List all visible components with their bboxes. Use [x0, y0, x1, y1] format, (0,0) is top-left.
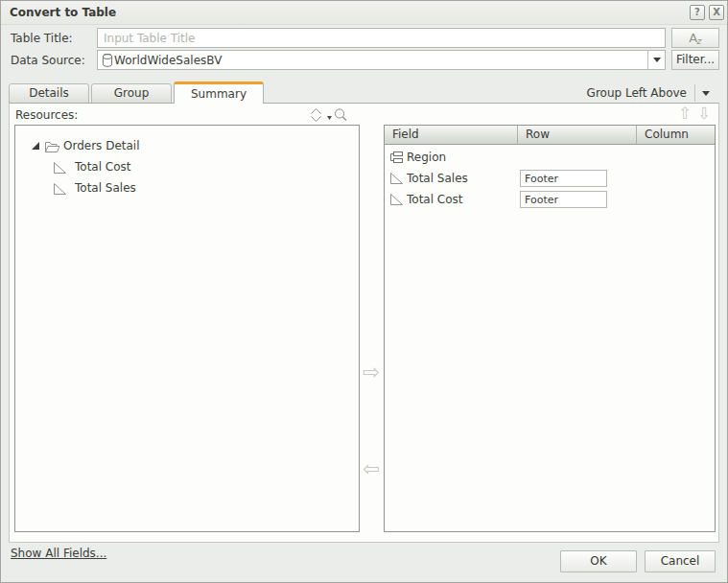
column-header-field: Field	[385, 126, 518, 145]
chevron-down-icon	[653, 58, 661, 62]
close-button[interactable]: X	[709, 5, 724, 20]
row-summary-input[interactable]	[520, 191, 607, 208]
close-icon: X	[713, 7, 720, 17]
filter-button[interactable]: Filter...	[671, 50, 719, 70]
cancel-button[interactable]: Cancel	[645, 550, 716, 572]
table-title-label: Table Title:	[11, 32, 73, 45]
fields-table-panel: Field Row Column Region Total	[384, 125, 716, 532]
tab-group[interactable]: Group	[91, 83, 172, 104]
sort-options-caret-icon[interactable]	[327, 116, 332, 120]
group-position-dropdown[interactable]: Group Left Above	[587, 83, 710, 103]
ok-button[interactable]: OK	[560, 550, 637, 572]
table-row-total-cost[interactable]: Total Cost	[385, 189, 715, 210]
tree-node-orders-detail[interactable]: Orders Detail	[15, 136, 359, 156]
measure-icon	[389, 193, 404, 206]
summary-tab-page: Resources: ⇧ ⇩	[9, 103, 719, 543]
field-name: Total Sales	[407, 168, 468, 189]
show-all-fields-link[interactable]: Show All Fields...	[11, 547, 106, 560]
chevron-down-icon	[702, 91, 710, 96]
tree-node-label: Total Cost	[75, 157, 131, 177]
row-summary-input[interactable]	[520, 170, 607, 187]
tab-details[interactable]: Details	[9, 83, 89, 104]
group-position-value: Group Left Above	[587, 86, 687, 100]
tree-node-total-sales[interactable]: Total Sales	[15, 178, 359, 198]
table-title-input[interactable]	[97, 28, 666, 48]
help-icon: ?	[694, 7, 700, 17]
sort-icon[interactable]	[309, 107, 323, 123]
measure-icon	[389, 172, 404, 185]
add-field-arrow-icon[interactable]: ⇨	[363, 361, 380, 384]
table-row-total-sales[interactable]: Total Sales	[385, 168, 715, 189]
dropdown-separator	[694, 84, 695, 102]
tab-summary[interactable]: Summary	[174, 82, 264, 104]
data-source-combobox[interactable]: WorldWideSalesBV	[97, 50, 666, 70]
field-name: Total Cost	[407, 189, 463, 210]
dialog-title: Convert to Table	[10, 6, 116, 19]
tree-expander-icon[interactable]	[32, 142, 40, 151]
tree-node-label: Orders Detail	[63, 136, 140, 156]
measure-icon	[53, 182, 67, 196]
database-icon	[101, 53, 114, 68]
data-source-dropdown-button[interactable]	[647, 51, 665, 69]
table-row-region[interactable]: Region	[385, 147, 715, 168]
search-icon[interactable]	[333, 107, 348, 123]
tree-node-label: Total Sales	[75, 178, 136, 198]
font-style-button[interactable]: Az	[671, 28, 719, 48]
resources-label: Resources:	[15, 108, 78, 122]
open-folder-icon	[44, 140, 60, 153]
tree-node-total-cost[interactable]: Total Cost	[15, 157, 359, 177]
group-icon	[389, 151, 404, 164]
remove-field-arrow-icon[interactable]: ⇦	[363, 457, 380, 480]
column-header-row: Row	[518, 126, 637, 145]
data-source-label: Data Source:	[11, 54, 85, 67]
move-down-icon[interactable]: ⇩	[697, 103, 711, 124]
column-header-column: Column	[637, 126, 715, 145]
field-name: Region	[407, 147, 446, 168]
dialog-titlebar[interactable]: Convert to Table ? X	[1, 1, 727, 25]
convert-to-table-dialog: Convert to Table ? X Table Title: Az Dat…	[0, 0, 728, 583]
fields-table-header: Field Row Column	[385, 126, 715, 145]
measure-icon	[53, 161, 67, 175]
data-source-value: WorldWideSalesBV	[114, 54, 647, 67]
help-button[interactable]: ?	[690, 5, 705, 20]
move-up-icon[interactable]: ⇧	[678, 103, 692, 124]
resources-tree-panel: Orders Detail Total Cost Total Sales	[14, 125, 360, 532]
